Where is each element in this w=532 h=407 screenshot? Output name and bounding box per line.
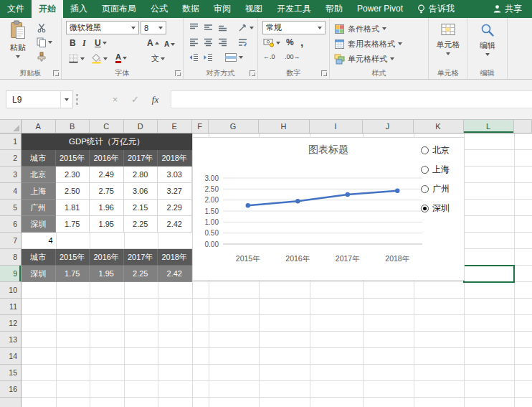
col-header-k[interactable]: K	[414, 120, 464, 133]
cell-a7[interactable]: 4	[22, 233, 56, 249]
data-cell[interactable]: 1.75	[56, 266, 90, 282]
cut-button[interactable]	[36, 22, 47, 34]
enter-button[interactable]: ✓	[126, 90, 144, 108]
name-box-caret[interactable]	[60, 91, 72, 108]
form-bar-resize-handle[interactable]	[76, 94, 78, 105]
tab-review[interactable]: 审阅	[206, 0, 238, 18]
header-cell[interactable]: 2017年	[124, 249, 158, 266]
format-as-table-button[interactable]: 套用表格格式	[334, 37, 402, 51]
decrease-decimal-button[interactable]: .00→	[284, 52, 301, 61]
radio-guangzhou[interactable]: 广州	[421, 179, 450, 199]
copy-button[interactable]	[36, 37, 53, 48]
col-header-b[interactable]: B	[56, 120, 90, 133]
city-cell[interactable]: 深圳	[22, 216, 56, 233]
row-header-1[interactable]: 1	[0, 134, 21, 150]
share-button[interactable]: 共享	[486, 0, 532, 18]
radio-beijing[interactable]: 北京	[421, 141, 450, 160]
header-cell[interactable]: 2018年	[158, 249, 192, 266]
data-cell[interactable]: 2.50	[56, 183, 90, 200]
data-cell[interactable]: 3.03	[158, 167, 192, 183]
data-cell[interactable]: 1.95	[90, 266, 124, 282]
shrink-font-button[interactable]: A	[163, 39, 176, 50]
city-cell[interactable]: 上海	[22, 183, 56, 200]
borders-button[interactable]	[67, 52, 85, 65]
row-header-3[interactable]: 3	[0, 167, 21, 183]
row-header-10[interactable]: 10	[0, 282, 21, 299]
cancel-button[interactable]: ×	[106, 90, 124, 108]
tab-home[interactable]: 开始	[32, 0, 63, 18]
header-cell[interactable]: 2018年	[158, 150, 192, 167]
data-cell[interactable]: 2.25	[124, 216, 158, 233]
decrease-indent-button[interactable]	[188, 52, 200, 63]
row-header-12[interactable]: 12	[0, 315, 21, 332]
data-cell[interactable]: 2.49	[90, 167, 124, 183]
tab-help[interactable]: 帮助	[318, 0, 350, 18]
row-header-15[interactable]: 15	[0, 365, 21, 381]
editing-button[interactable]: 编辑	[472, 22, 503, 67]
data-cell[interactable]: 2.42	[158, 216, 192, 233]
data-cell[interactable]: 1.81	[56, 200, 90, 216]
col-header-d[interactable]: D	[124, 120, 158, 133]
col-header-a[interactable]: A	[22, 120, 56, 133]
grow-font-button[interactable]: A	[146, 37, 160, 49]
select-all-corner[interactable]	[0, 120, 22, 134]
increase-indent-button[interactable]	[202, 52, 214, 63]
header-cell[interactable]: 2017年	[124, 150, 158, 167]
cell-styles-button[interactable]: 单元格样式	[334, 52, 394, 66]
col-header-i[interactable]: I	[310, 120, 363, 133]
phonetic-button[interactable]: 文	[151, 52, 166, 65]
tab-data[interactable]: 数据	[175, 0, 206, 18]
align-middle-button[interactable]	[202, 22, 214, 33]
bold-button[interactable]: B	[69, 37, 77, 49]
row-header-14[interactable]: 14	[0, 348, 21, 365]
city-cell[interactable]: 广州	[22, 200, 56, 216]
data-cell[interactable]: 2.80	[124, 167, 158, 183]
city-cell[interactable]: 北京	[22, 167, 56, 183]
underline-button[interactable]: U	[94, 37, 108, 49]
tell-me-box[interactable]: 告诉我	[410, 0, 461, 18]
table-title-cell[interactable]: GDP统计（万亿元）	[22, 134, 192, 150]
row-header-8[interactable]: 8	[0, 249, 21, 266]
data-cell[interactable]: 2.30	[56, 167, 90, 183]
header-cell[interactable]: 2015年	[56, 249, 90, 266]
tab-formulas[interactable]: 公式	[143, 0, 175, 18]
sheet-grid[interactable]: GDP统计（万亿元） 城市 2015年 2016年 2017年 2018年 北京…	[22, 134, 532, 407]
tab-insert[interactable]: 插入	[63, 0, 95, 18]
number-format-combo[interactable]: 常规	[262, 21, 326, 34]
col-header-e[interactable]: E	[158, 120, 192, 133]
row-header-11[interactable]: 11	[0, 299, 21, 315]
tab-power-pivot[interactable]: Power Pivot	[350, 0, 410, 18]
radio-shanghai[interactable]: 上海	[421, 160, 450, 179]
col-header-l[interactable]: L	[464, 120, 514, 133]
italic-button[interactable]: I	[82, 37, 87, 49]
header-cell[interactable]: 城市	[22, 150, 56, 167]
conditional-formatting-button[interactable]: 条件格式	[334, 22, 386, 36]
increase-decimal-button[interactable]: ←.0	[262, 52, 276, 61]
tab-file[interactable]: 文件	[0, 0, 32, 18]
header-cell[interactable]: 2016年	[90, 249, 124, 266]
formula-input[interactable]	[171, 90, 532, 108]
row-header-16[interactable]: 16	[0, 381, 21, 398]
data-cell[interactable]: 1.95	[90, 216, 124, 233]
insert-function-button[interactable]: fx	[146, 90, 164, 108]
name-box[interactable]: L9	[6, 90, 73, 108]
align-center-button[interactable]	[202, 37, 214, 48]
align-left-button[interactable]	[188, 37, 200, 48]
accounting-format-button[interactable]	[262, 37, 281, 48]
header-cell[interactable]: 2015年	[56, 150, 90, 167]
paste-button[interactable]: 粘贴	[3, 20, 33, 66]
col-header-f[interactable]: F	[192, 120, 209, 133]
tab-view[interactable]: 视图	[238, 0, 270, 18]
font-size-combo[interactable]: 8	[141, 21, 166, 34]
font-name-combo[interactable]: 微软雅黑	[66, 21, 139, 34]
col-header-h[interactable]: H	[259, 120, 310, 133]
orientation-button[interactable]	[237, 22, 255, 34]
fill-color-button[interactable]	[90, 52, 108, 65]
row-header-7[interactable]: 7	[0, 233, 21, 249]
percent-style-button[interactable]: %	[285, 37, 295, 48]
align-top-button[interactable]	[188, 22, 200, 33]
col-header-c[interactable]: C	[90, 120, 124, 133]
data-cell[interactable]: 2.15	[124, 200, 158, 216]
col-header-j[interactable]: J	[363, 120, 414, 133]
row-header-5[interactable]: 5	[0, 200, 21, 216]
